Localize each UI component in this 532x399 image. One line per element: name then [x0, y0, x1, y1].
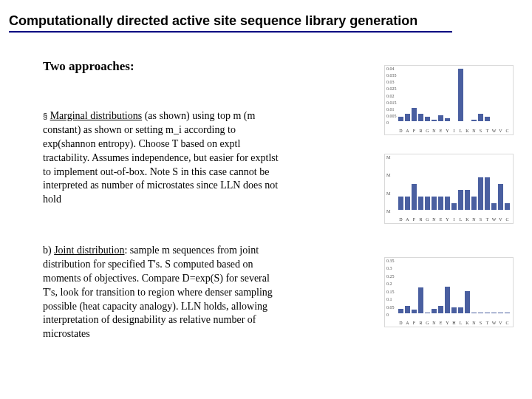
- y-tick: 0.2: [386, 282, 392, 286]
- x-tick: D: [398, 321, 403, 325]
- bar: [485, 313, 490, 313]
- bar: [471, 120, 477, 121]
- bar: [398, 197, 403, 210]
- x-tick: Y: [445, 129, 450, 133]
- bar: [458, 190, 463, 210]
- x-tick: V: [498, 129, 503, 133]
- x-tick: R: [418, 217, 423, 222]
- bar: [432, 197, 437, 210]
- y-tick: 0.01: [386, 107, 395, 112]
- x-tick: R: [418, 129, 423, 133]
- bar: [451, 203, 457, 210]
- bar: [445, 197, 450, 210]
- y-tick: 0.25: [386, 274, 395, 279]
- bar: [425, 117, 430, 121]
- x-tick: W: [491, 129, 497, 133]
- x-tick: N: [432, 321, 437, 325]
- x-tick: G: [425, 129, 430, 133]
- bar: [418, 287, 423, 314]
- x-tick: W: [491, 217, 497, 222]
- y-tick: 0.015: [386, 100, 397, 105]
- x-tick: L: [458, 217, 463, 222]
- bar: [445, 118, 450, 121]
- x-tick: F: [412, 321, 417, 325]
- x-tick: N: [432, 217, 437, 222]
- x-tick: N: [471, 321, 477, 325]
- bar: [438, 306, 443, 313]
- bar: [465, 190, 470, 210]
- y-tick: 0.35: [386, 259, 395, 263]
- bar: [418, 197, 423, 210]
- x-tick: W: [491, 321, 497, 325]
- marginal-label: Marginal distributions: [50, 110, 143, 121]
- chart-bottom-bars: [398, 261, 510, 313]
- joint-text: : sample m sequences from joint distribu…: [43, 245, 273, 339]
- x-tick: K: [465, 321, 470, 325]
- bar: [458, 69, 463, 121]
- title-underline: [9, 31, 452, 33]
- bar: [478, 313, 483, 313]
- y-tick: 0.03: [386, 80, 395, 84]
- y-tick: 0: [386, 313, 389, 317]
- chart-bottom-xaxis: DAFRGNEYHLKNSTWVC: [398, 321, 510, 325]
- x-tick: D: [398, 217, 403, 222]
- x-tick: T: [485, 217, 490, 222]
- x-tick: V: [498, 321, 503, 325]
- x-tick: F: [412, 129, 417, 133]
- bar: [425, 197, 430, 210]
- bar: [438, 115, 443, 121]
- bar: [405, 306, 410, 313]
- chart-top-xaxis: DAFRGNEYILKNSTWVC: [398, 129, 510, 133]
- chart-bottom: 00.050.10.150.20.250.30.35 DAFRGNEYHLKNS…: [384, 257, 514, 327]
- y-tick: 0.15: [386, 290, 395, 294]
- bar: [485, 117, 490, 121]
- y-tick: M: [386, 191, 390, 196]
- bar: [412, 310, 417, 313]
- x-tick: L: [458, 129, 463, 133]
- bullet-icon: §: [43, 112, 47, 120]
- x-tick: S: [478, 129, 483, 133]
- bar: [432, 309, 437, 313]
- x-tick: G: [425, 321, 430, 325]
- x-tick: H: [451, 321, 457, 325]
- x-tick: I: [451, 129, 457, 133]
- x-tick: L: [458, 321, 463, 325]
- x-tick: R: [418, 321, 423, 325]
- x-tick: T: [485, 129, 490, 133]
- bar: [491, 203, 497, 210]
- bar: [491, 313, 497, 313]
- section-subhead: Two approaches:: [43, 59, 134, 74]
- chart-top-bars: [398, 69, 510, 121]
- bar: [498, 313, 503, 313]
- y-tick: 0.05: [386, 305, 395, 310]
- x-tick: E: [438, 129, 443, 133]
- x-tick: S: [478, 217, 483, 222]
- x-tick: T: [485, 321, 490, 325]
- x-tick: C: [505, 129, 510, 133]
- x-tick: S: [478, 321, 483, 325]
- chart-middle-bars: [398, 157, 510, 210]
- paragraph-joint: b) Joint distribution: sample m sequence…: [43, 244, 287, 341]
- x-tick: A: [405, 217, 410, 222]
- bar: [471, 313, 477, 313]
- y-tick: 0.005: [386, 114, 397, 118]
- chart-middle-xaxis: DAFRGNEYILKNSTWVC: [398, 217, 510, 222]
- y-tick: 0: [386, 120, 389, 125]
- x-tick: F: [412, 217, 417, 222]
- bar: [412, 108, 417, 121]
- y-tick: 0.04: [386, 66, 395, 71]
- chart-top: 00.0050.010.0150.020.0250.030.0350.04 DA…: [384, 65, 514, 135]
- bar: [451, 307, 457, 313]
- marginal-text: (as shown) using top m (m constant) as s…: [43, 110, 279, 205]
- y-tick: M: [386, 209, 390, 214]
- y-tick: M: [386, 155, 390, 160]
- y-tick: 0.02: [386, 94, 395, 98]
- y-tick: 0.025: [386, 86, 397, 91]
- bar: [405, 114, 410, 121]
- bar: [432, 120, 437, 121]
- bar: [505, 313, 510, 313]
- bar: [505, 203, 510, 210]
- x-tick: N: [471, 129, 477, 133]
- bar: [425, 313, 430, 313]
- y-tick: M: [386, 173, 390, 177]
